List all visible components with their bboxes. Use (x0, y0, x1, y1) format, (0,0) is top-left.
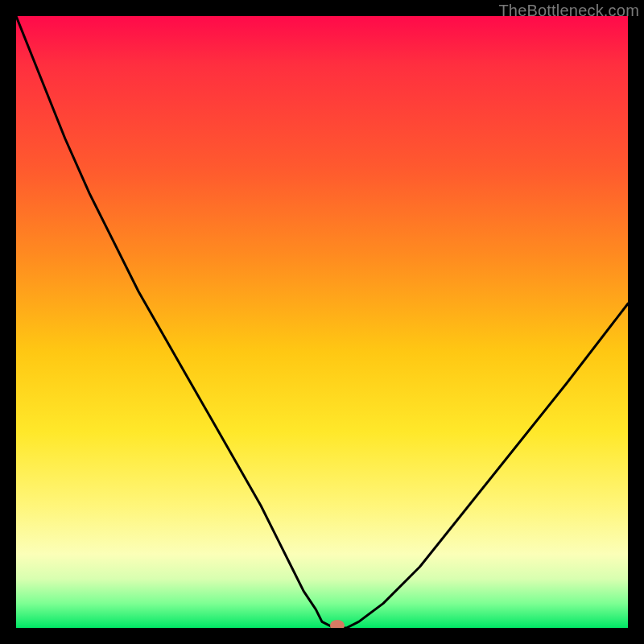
plot-area (16, 16, 628, 628)
optimal-marker (330, 620, 345, 628)
chart-frame: TheBottleneck.com (0, 0, 644, 644)
curve-line (16, 16, 628, 628)
watermark-label: TheBottleneck.com (498, 2, 639, 20)
marker-dot-icon (330, 620, 345, 628)
bottleneck-curve (16, 16, 628, 628)
chart-svg (16, 16, 628, 628)
